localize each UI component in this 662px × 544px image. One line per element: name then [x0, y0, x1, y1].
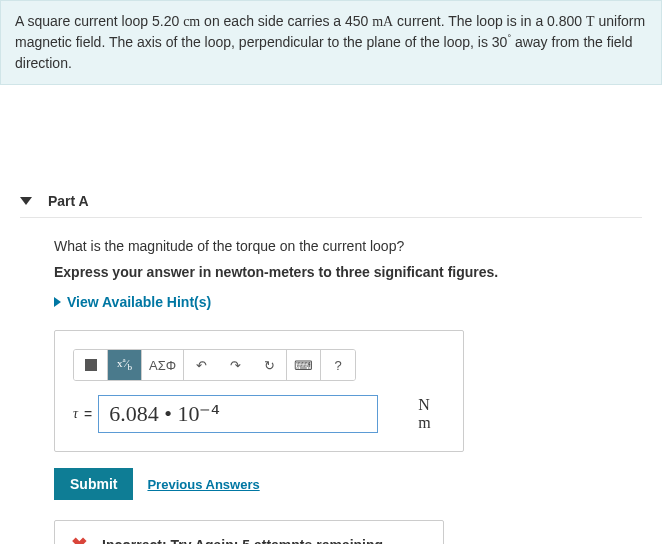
caret-right-icon: [54, 297, 61, 307]
caret-down-icon: [20, 197, 32, 205]
greek-button[interactable]: ΑΣΦ: [142, 350, 184, 380]
reset-icon[interactable]: ↻: [252, 350, 286, 380]
current-value: 450: [345, 13, 368, 29]
text-segment: A square current loop: [15, 13, 152, 29]
length-unit: cm: [183, 14, 200, 29]
angle-value: 30: [492, 34, 508, 50]
variable-label: τ: [73, 406, 78, 422]
submit-button[interactable]: Submit: [54, 468, 133, 500]
instruction-text: Express your answer in newton-meters to …: [54, 264, 642, 280]
button-row: Submit Previous Answers: [54, 468, 642, 500]
previous-answers-link[interactable]: Previous Answers: [147, 477, 259, 492]
field-value: 0.800: [547, 13, 582, 29]
hints-toggle[interactable]: View Available Hint(s): [54, 294, 642, 310]
length-value: 5.20: [152, 13, 179, 29]
fraction-root-icon[interactable]: xa⁄b: [108, 350, 142, 380]
incorrect-icon: ✖: [71, 533, 88, 544]
part-header[interactable]: Part A: [20, 185, 642, 218]
answer-input[interactable]: [98, 395, 378, 433]
answer-box: xa⁄b ΑΣΦ ↶ ↷ ↻ ⌨ ? τ = N m: [54, 330, 464, 452]
part-a-container: Part A What is the magnitude of the torq…: [0, 185, 662, 544]
template-icon[interactable]: [74, 350, 108, 380]
question-block: What is the magnitude of the torque on t…: [54, 238, 642, 544]
field-unit: T: [586, 14, 595, 29]
help-icon[interactable]: ?: [321, 350, 355, 380]
part-label: Part A: [48, 193, 89, 209]
feedback-message: Incorrect; Try Again; 5 attempts remaini…: [102, 537, 383, 544]
text-segment: current. The loop is in a: [393, 13, 547, 29]
question-text: What is the magnitude of the torque on t…: [54, 238, 642, 254]
undo-icon[interactable]: ↶: [184, 350, 218, 380]
text-segment: on each side carries a: [200, 13, 345, 29]
hints-label: View Available Hint(s): [67, 294, 211, 310]
redo-icon[interactable]: ↷: [218, 350, 252, 380]
equation-toolbar: xa⁄b ΑΣΦ ↶ ↷ ↻ ⌨ ?: [73, 349, 356, 381]
equals-sign: =: [84, 406, 92, 422]
units-label: N m: [418, 396, 445, 432]
feedback-box: ✖ Incorrect; Try Again; 5 attempts remai…: [54, 520, 444, 544]
input-row: τ = N m: [73, 395, 445, 433]
problem-statement: A square current loop 5.20 cm on each si…: [0, 0, 662, 85]
current-unit: mA: [372, 14, 393, 29]
keyboard-icon[interactable]: ⌨: [287, 350, 321, 380]
